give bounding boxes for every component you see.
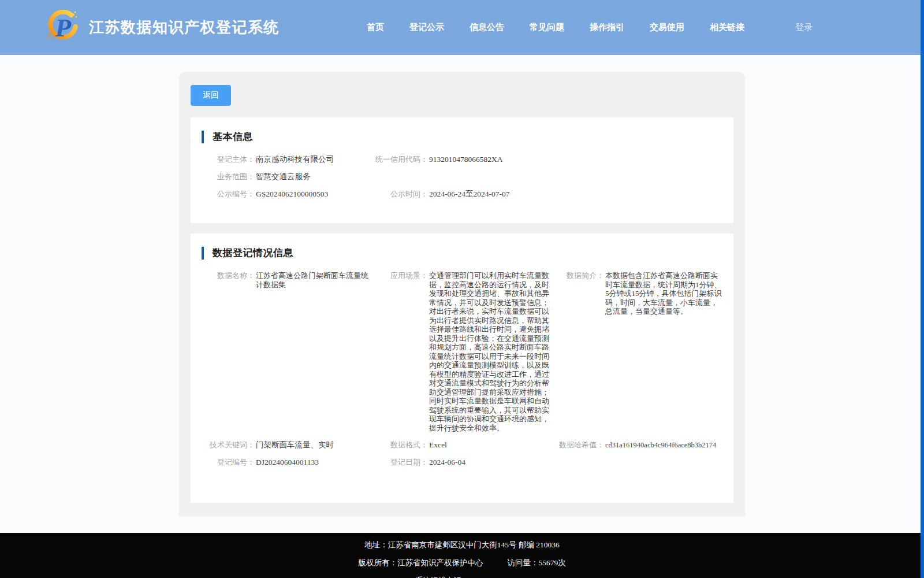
nav-item-announcements[interactable]: 信息公告 [470, 22, 504, 33]
registrant-field: 登记主体： 南京感动科技有限公司 [202, 155, 375, 164]
publicity-no-label: 公示编号： [202, 190, 255, 199]
publicity-period-value: 2024-06-24至2024-07-07 [428, 190, 509, 199]
data-hash-field: 数据哈希值： cd31a161940acb4c964f6ace8b3b2174 [551, 440, 722, 450]
empty-cell [375, 172, 722, 181]
registration-info-card: 数据登记情况信息 数据名称： 江苏省高速公路门架断面车流量统计数据集 应用场景：… [191, 234, 733, 503]
scrollbar[interactable] [921, 0, 924, 578]
data-format-field: 数据格式： Excel [375, 440, 551, 450]
publicity-period-field: 公示时间： 2024-06-24至2024-07-07 [375, 190, 722, 199]
reg-date-label: 登记日期： [375, 458, 428, 467]
credit-code-label: 统一信用代码： [375, 155, 428, 164]
data-format-label: 数据格式： [375, 440, 428, 450]
empty-cell [551, 458, 722, 467]
registration-info-row: 数据名称： 江苏省高速公路门架断面车流量统计数据集 应用场景： 交通管理部门可以… [202, 271, 722, 432]
data-hash-label: 数据哈希值： [551, 440, 604, 450]
publicity-period-label: 公示时间： [375, 190, 428, 199]
data-format-value: Excel [428, 440, 447, 450]
nav-item-guide[interactable]: 操作指引 [590, 22, 624, 33]
keywords-label: 技术关键词： [202, 440, 255, 450]
application-scenario-field: 应用场景： 交通管理部门可以利用实时车流量数据，监控高速公路的运行情况，及时发现… [375, 271, 551, 432]
svg-text:P: P [54, 13, 71, 42]
footer-address: 地址：江苏省南京市建邺区汉中门大街145号 邮编 210036 [0, 541, 924, 549]
credit-code-field: 统一信用代码： 9132010478066582XA [375, 155, 722, 164]
data-name-label: 数据名称： [202, 271, 255, 280]
nav-item-home[interactable]: 首页 [367, 22, 384, 33]
reg-date-field: 登记日期： 2024-06-04 [375, 458, 551, 467]
data-summary-label: 数据简介： [551, 271, 604, 280]
reg-no-field: 登记编号： DJ20240604001133 [202, 458, 375, 467]
basic-info-row: 登记主体： 南京感动科技有限公司 统一信用代码： 913201047806658… [202, 155, 722, 164]
content-container: 返回 基本信息 登记主体： 南京感动科技有限公司 统一信用代码： 9132010… [179, 72, 745, 516]
back-button[interactable]: 返回 [191, 85, 231, 106]
main-nav: 首页 登记公示 信息公告 常见问题 操作指引 交易使用 相关链接 [367, 22, 744, 33]
basic-info-card: 基本信息 登记主体： 南京感动科技有限公司 统一信用代码： 9132010478… [191, 117, 733, 223]
registrant-label: 登记主体： [202, 155, 255, 164]
reg-no-value: DJ20240604001133 [255, 458, 319, 467]
data-name-value: 江苏省高速公路门架断面车流量统计数据集 [255, 271, 375, 289]
page-title: 江苏数据知识产权登记系统 [89, 17, 280, 38]
keywords-value: 门架断面车流量、实时 [255, 440, 334, 450]
application-scenario-value: 交通管理部门可以利用实时车流量数据，监控高速公路的运行情况，及时发现和处理交通拥… [428, 271, 551, 432]
reg-no-label: 登记编号： [202, 458, 255, 467]
registration-info-row: 登记编号： DJ20240604001133 登记日期： 2024-06-04 [202, 458, 722, 467]
application-scenario-label: 应用场景： [375, 271, 428, 280]
nav-item-links[interactable]: 相关链接 [710, 22, 744, 33]
business-scope-value: 智慧交通云服务 [255, 172, 311, 181]
nav-item-trade-use[interactable]: 交易使用 [650, 22, 684, 33]
business-scope-field: 业务范围： 智慧交通云服务 [202, 172, 375, 181]
footer-copyright: 版权所有：江苏省知识产权保护中心 [358, 558, 483, 567]
data-summary-value: 本数据包含江苏省高速公路断面实时车流量数据，统计周期为1分钟、5分钟或15分钟，… [604, 271, 722, 316]
keywords-field: 技术关键词： 门架断面车流量、实时 [202, 440, 375, 450]
login-link[interactable]: 登录 [795, 22, 813, 33]
credit-code-value: 9132010478066582XA [428, 155, 503, 164]
registrant-value: 南京感动科技有限公司 [255, 155, 334, 164]
registration-info-row: 技术关键词： 门架断面车流量、实时 数据格式： Excel 数据哈希值： cd3… [202, 440, 722, 450]
nav-item-registration-publicity[interactable]: 登记公示 [409, 22, 444, 33]
app-logo-icon[interactable]: P [45, 10, 79, 46]
page-footer: 地址：江苏省南京市建邺区汉中门大街145号 邮编 210036 版权所有：江苏省… [0, 533, 924, 578]
app-header: P 江苏数据知识产权登记系统 首页 登记公示 信息公告 常见问题 操作指引 交易… [0, 0, 924, 55]
footer-copyright-line: 版权所有：江苏省知识产权保护中心访问量：55679次 [0, 559, 924, 567]
publicity-no-field: 公示编号： GS2024062100000503 [202, 190, 375, 199]
basic-info-row: 业务范围： 智慧交通云服务 [202, 172, 722, 181]
section-bar-icon [202, 131, 204, 143]
main-area: 返回 基本信息 登记主体： 南京感动科技有限公司 统一信用代码： 9132010… [0, 72, 924, 533]
section-bar-icon [202, 247, 204, 260]
basic-info-section-title: 基本信息 [213, 130, 253, 143]
nav-item-faq[interactable]: 常见问题 [530, 22, 564, 33]
data-hash-value: cd31a161940acb4c964f6ace8b3b2174 [604, 440, 716, 450]
data-name-field: 数据名称： 江苏省高速公路门架断面车流量统计数据集 [202, 271, 375, 432]
registration-info-section-title: 数据登记情况信息 [213, 246, 293, 260]
registration-info-section-head: 数据登记情况信息 [202, 246, 722, 260]
publicity-no-value: GS2024062100000503 [255, 190, 328, 199]
basic-info-row: 公示编号： GS2024062100000503 公示时间： 2024-06-2… [202, 190, 722, 199]
business-scope-label: 业务范围： [202, 172, 255, 181]
basic-info-section-head: 基本信息 [202, 130, 722, 143]
data-summary-field: 数据简介： 本数据包含江苏省高速公路断面实时车流量数据，统计周期为1分钟、5分钟… [551, 271, 722, 432]
footer-visit-count: 访问量：55679次 [507, 558, 565, 567]
reg-date-value: 2024-06-04 [428, 458, 465, 467]
